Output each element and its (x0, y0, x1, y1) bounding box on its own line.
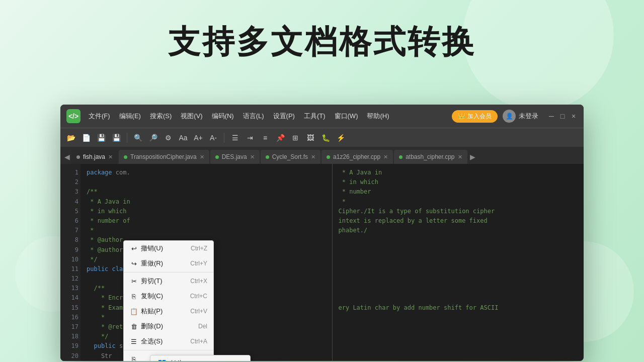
tab-close-btn[interactable]: ✕ (108, 154, 113, 160)
tab-atbash[interactable]: atbash_cipher.cpp ✕ (394, 150, 467, 164)
ctx-copy-label: 复制(C) (141, 292, 163, 301)
toolbar-save-btn[interactable]: 💾 (95, 131, 108, 144)
ctx-delete[interactable]: 🗑 删除(D) Del (124, 319, 213, 334)
tab-close-btn[interactable]: ✕ (200, 154, 204, 160)
ctx-cut-label: 剪切(T) (141, 277, 163, 286)
toolbar-table-btn[interactable]: ⊞ (289, 131, 302, 144)
ctx-redo-label: 重做(R) (141, 259, 163, 268)
menu-bar: 文件(F) 编辑(E) 搜索(S) 视图(V) 编码(N) 语言(L) 设置(P… (85, 110, 448, 123)
tab-dot (124, 155, 127, 159)
ctx-paste[interactable]: 📋 粘贴(P) Ctrl+V (124, 304, 213, 319)
menu-view[interactable]: 视图(V) (177, 110, 206, 123)
toolbar-pin-btn[interactable]: 📌 (274, 131, 287, 144)
ctx-sep-2 (124, 350, 213, 350)
tab-label: Cycle_Sort.fs (272, 153, 308, 160)
ctx-selectall-label: 全选(S) (141, 337, 163, 346)
tab-dot (76, 155, 80, 159)
toolbar-search-btn[interactable]: 🔍 (131, 131, 144, 144)
title-bar-right: 👑 加入会员 👤 未登录 ─ □ × (452, 110, 578, 123)
ctx-delete-shortcut: Del (198, 323, 207, 330)
maximize-button[interactable]: □ (558, 112, 567, 120)
menu-tools[interactable]: 工具(T) (300, 110, 330, 123)
svg-rect-0 (158, 360, 162, 361)
toolbar-find-btn[interactable]: 🔎 (146, 131, 159, 144)
tab-close-btn[interactable]: ✕ (250, 154, 255, 160)
title-bar: </> 文件(F) 编辑(E) 搜索(S) 视图(V) 编码(N) 语言(L) … (60, 105, 584, 128)
toolbar-font-dn-btn[interactable]: A- (207, 131, 220, 144)
tab-label: DES.java (222, 153, 247, 160)
content-area: 12345 678910 1112131415 1617181920 2122 … (60, 164, 584, 361)
menu-settings[interactable]: 设置(P) (269, 110, 299, 123)
menu-edit[interactable]: 编辑(E) (115, 110, 145, 123)
tab-close-btn[interactable]: ✕ (458, 154, 462, 160)
toolbar-sep-2 (224, 133, 224, 143)
close-button[interactable]: × (570, 112, 578, 120)
minimize-button[interactable]: ─ (547, 112, 555, 120)
svg-rect-1 (163, 360, 166, 361)
toolbar-open-btn[interactable]: 📂 (64, 131, 77, 144)
toolbar-format-btn[interactable]: Aa (177, 131, 190, 144)
submenu-docformat: 转为 Windows (CR LF) 转为 Unix (LF) (150, 355, 251, 361)
menu-window[interactable]: 窗口(W) (331, 110, 362, 123)
join-btn-label: 加入会员 (467, 112, 492, 121)
ctx-sep-1 (124, 272, 213, 273)
ctx-selectall-shortcut: Ctrl+A (190, 338, 207, 345)
tab-dot (327, 155, 330, 159)
right-code-area[interactable]: * A Java in * in which * number * Cipher… (333, 164, 584, 361)
sub-windows[interactable]: 转为 Windows (CR LF) (150, 355, 250, 361)
ctx-paste-label: 粘贴(P) (141, 307, 163, 316)
app-logo: </> (66, 109, 80, 123)
tab-dot (266, 155, 269, 159)
toolbar-list-btn[interactable]: ☰ (228, 131, 242, 144)
ctx-undo[interactable]: ↩ 撤销(U) Ctrl+Z (124, 241, 213, 256)
tab-close-btn[interactable]: ✕ (383, 154, 388, 160)
tab-fish-java[interactable]: fish.java ✕ (71, 150, 118, 164)
tab-close-btn[interactable]: ✕ (311, 154, 315, 160)
avatar: 👤 (503, 110, 516, 123)
cut-icon: ✂ (130, 277, 138, 285)
toolbar-new-btn[interactable]: 📄 (79, 131, 93, 144)
ctx-cut-shortcut: Ctrl+X (190, 278, 207, 285)
ctx-cut[interactable]: ✂ 剪切(T) Ctrl+X (124, 274, 213, 289)
tab-right-nav[interactable]: ▶ (468, 150, 477, 164)
toolbar-saveas-btn[interactable]: 💾 (110, 131, 123, 144)
toolbar-lightning-btn[interactable]: ⚡ (334, 131, 347, 144)
tab-label: TranspositionCipher.java (130, 153, 197, 160)
toolbar-img-btn[interactable]: 🖼 (304, 131, 317, 144)
join-member-button[interactable]: 👑 加入会员 (452, 110, 498, 123)
copy-clipboard-icon: ⎘ (130, 355, 138, 361)
copy-icon: ⎘ (130, 292, 138, 300)
toolbar-view-btn[interactable]: ⚙ (162, 131, 175, 144)
tab-label: fish.java (83, 153, 105, 160)
menu-help[interactable]: 帮助(H) (363, 110, 393, 123)
ctx-copy[interactable]: ⎘ 复制(C) Ctrl+C (124, 289, 213, 304)
menu-file[interactable]: 文件(F) (85, 110, 114, 123)
selectall-icon: ☰ (130, 337, 138, 345)
windows-icon (157, 359, 167, 361)
ctx-paste-shortcut: Ctrl+V (190, 308, 207, 315)
toolbar-font-up-btn[interactable]: A+ (192, 131, 205, 144)
tab-label: atbash_cipher.cpp (406, 153, 454, 160)
menu-lang[interactable]: 语言(L) (239, 110, 268, 123)
menu-search[interactable]: 搜索(S) (146, 110, 176, 123)
ctx-copy-shortcut: Ctrl+C (190, 293, 207, 300)
crown-icon: 👑 (458, 113, 465, 120)
tab-left-nav[interactable]: ◀ (62, 150, 71, 164)
paste-icon: 📋 (130, 307, 138, 315)
ctx-undo-label: 撤销(U) (141, 244, 163, 253)
redo-icon: ↪ (130, 259, 138, 267)
ctx-redo[interactable]: ↪ 重做(R) Ctrl+Y (124, 256, 213, 271)
tab-transposition[interactable]: TranspositionCipher.java ✕ (119, 150, 209, 164)
tab-a1z26[interactable]: a1z26_cipher.cpp ✕ (321, 150, 393, 164)
delete-icon: 🗑 (130, 322, 138, 330)
ctx-redo-shortcut: Ctrl+Y (190, 260, 207, 267)
ctx-selectall[interactable]: ☰ 全选(S) Ctrl+A (124, 334, 213, 349)
toolbar-indent-btn[interactable]: ⇥ (244, 131, 257, 144)
context-menu: ↩ 撤销(U) Ctrl+Z ↪ 重做(R) Ctrl+Y ✂ 剪切(T) Ct… (123, 240, 214, 361)
toolbar-sep-1 (127, 133, 127, 143)
tab-cycle-sort[interactable]: Cycle_Sort.fs ✕ (261, 150, 320, 164)
toolbar-debug-btn[interactable]: 🐛 (319, 131, 332, 144)
toolbar-align-btn[interactable]: ≡ (259, 131, 272, 144)
tab-des[interactable]: DES.java ✕ (210, 150, 260, 164)
menu-encode[interactable]: 编码(N) (208, 110, 238, 123)
